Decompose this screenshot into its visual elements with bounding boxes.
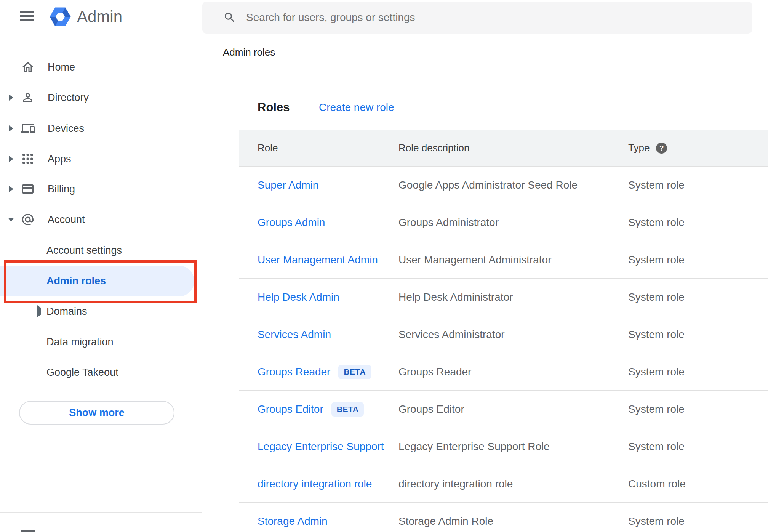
clipped-bottom-icon: [21, 530, 35, 532]
role-type: System role: [628, 167, 685, 204]
product-name: Admin: [77, 8, 122, 26]
role-link[interactable]: Super Admin: [258, 179, 318, 191]
show-more-button[interactable]: Show more: [19, 401, 174, 425]
table-row: Services Admin Services Administrator Sy…: [239, 316, 768, 353]
sidebar-item-label: Billing: [48, 183, 75, 195]
sidebar-item-data-migration[interactable]: Data migration: [0, 327, 202, 357]
role-description: User Management Administrator: [398, 241, 552, 278]
column-header-role: Role: [258, 130, 278, 166]
role-description: Storage Admin Role: [398, 503, 493, 532]
sidebar-bottom-divider: [0, 512, 202, 513]
sidebar-item-label: Apps: [48, 153, 71, 165]
sidebar-item-label: Account: [48, 214, 85, 226]
sidebar-item-label: Admin roles: [46, 275, 106, 287]
person-icon: [20, 91, 35, 104]
search-bar[interactable]: [202, 2, 752, 34]
expand-arrow-icon[interactable]: [37, 308, 41, 315]
table-row: directory integration role directory int…: [239, 465, 768, 503]
table-row: User Management Admin User Management Ad…: [239, 241, 768, 279]
sidebar-item-account-settings[interactable]: Account settings: [0, 235, 202, 266]
role-cell: Groups Reader BETA: [258, 353, 371, 390]
role-link[interactable]: Services Admin: [258, 328, 331, 341]
breadcrumb: Admin roles: [223, 46, 275, 58]
collapse-arrow-icon[interactable]: [7, 218, 15, 222]
page-title: Roles: [258, 101, 290, 114]
sidebar-item-label: Home: [48, 61, 75, 73]
role-link[interactable]: User Management Admin: [258, 254, 378, 266]
sidebar-item-home[interactable]: Home: [0, 52, 202, 82]
role-type: System role: [628, 316, 685, 353]
role-type: System role: [628, 353, 685, 390]
sidebar-item-account[interactable]: Account: [0, 204, 202, 235]
role-cell: Services Admin: [258, 316, 331, 353]
admin-hexagon-logo-icon: [49, 6, 72, 27]
role-link[interactable]: Groups Reader: [258, 366, 330, 378]
role-cell: directory integration role: [258, 465, 372, 502]
header-divider: [202, 66, 768, 66]
role-type: System role: [628, 279, 685, 316]
beta-badge: BETA: [338, 365, 371, 379]
table-body: Super Admin Google Apps Administrator Se…: [239, 167, 768, 532]
google-admin-console: Admin Home Directory Devices: [0, 0, 768, 532]
sidebar-item-label: Google Takeout: [46, 367, 118, 378]
sidebar-item-google-takeout[interactable]: Google Takeout: [0, 357, 202, 388]
role-link[interactable]: Storage Admin: [258, 515, 328, 527]
role-cell: Super Admin: [258, 167, 318, 204]
at-sign-icon: [20, 213, 35, 226]
role-cell: Groups Editor BETA: [258, 391, 364, 428]
sidebar-item-apps[interactable]: Apps: [0, 144, 202, 174]
role-link[interactable]: Help Desk Admin: [258, 291, 339, 303]
role-cell: Storage Admin: [258, 503, 328, 532]
sidebar-item-domains[interactable]: Domains: [0, 296, 202, 327]
role-link[interactable]: Groups Editor: [258, 403, 323, 415]
role-type: System role: [628, 428, 685, 465]
hamburger-menu-icon[interactable]: [20, 11, 34, 21]
table-row: Super Admin Google Apps Administrator Se…: [239, 167, 768, 204]
sidebar-item-admin-roles[interactable]: Admin roles: [0, 266, 202, 296]
expand-arrow-icon[interactable]: [7, 95, 15, 101]
column-header-description: Role description: [398, 130, 469, 166]
role-type: System role: [628, 391, 685, 428]
apps-grid-icon: [20, 152, 35, 166]
sidebar-item-billing[interactable]: Billing: [0, 174, 202, 204]
table-row: Help Desk Admin Help Desk Administrator …: [239, 279, 768, 316]
table-header-row: Role Role description Type ?: [239, 130, 768, 167]
sidebar-item-label: Domains: [46, 306, 87, 317]
role-type: System role: [628, 241, 685, 278]
role-description: Legacy Enterprise Support Role: [398, 428, 550, 465]
role-description: Groups Administrator: [398, 204, 499, 241]
create-new-role-link[interactable]: Create new role: [319, 101, 394, 114]
table-row: Storage Admin Storage Admin Role System …: [239, 503, 768, 532]
role-type: Custom role: [628, 465, 686, 502]
role-description: Services Administrator: [398, 316, 505, 353]
expand-arrow-icon[interactable]: [7, 156, 15, 162]
sidebar-header: Admin: [0, 0, 202, 34]
credit-card-icon: [20, 182, 35, 196]
role-type: System role: [628, 204, 685, 241]
sidebar-item-label: Devices: [48, 123, 84, 135]
role-cell: User Management Admin: [258, 241, 378, 278]
expand-arrow-icon[interactable]: [7, 125, 15, 131]
sidebar-item-directory[interactable]: Directory: [0, 82, 202, 113]
beta-badge: BETA: [331, 402, 364, 417]
sidebar-item-label: Data migration: [46, 336, 114, 348]
role-type: System role: [628, 503, 685, 532]
role-description: directory integration role: [398, 465, 513, 502]
sidebar-item-label: Account settings: [46, 245, 122, 256]
role-description: Help Desk Administrator: [398, 279, 513, 316]
home-icon: [20, 60, 35, 74]
search-icon: [223, 11, 236, 24]
role-link[interactable]: directory integration role: [258, 478, 372, 490]
help-icon[interactable]: ?: [656, 143, 667, 154]
devices-icon: [20, 122, 35, 135]
admin-logo: Admin: [49, 6, 122, 27]
sidebar-item-label: Directory: [48, 92, 89, 104]
role-link[interactable]: Legacy Enterprise Support: [258, 441, 384, 453]
expand-arrow-icon[interactable]: [7, 186, 15, 192]
table-row: Groups Reader BETA Groups Reader System …: [239, 353, 768, 391]
role-link[interactable]: Groups Admin: [258, 216, 325, 229]
role-description: Google Apps Administrator Seed Role: [398, 167, 578, 204]
table-row: Groups Editor BETA Groups Editor System …: [239, 391, 768, 428]
sidebar-item-devices[interactable]: Devices: [0, 113, 202, 144]
search-input[interactable]: [246, 6, 741, 29]
